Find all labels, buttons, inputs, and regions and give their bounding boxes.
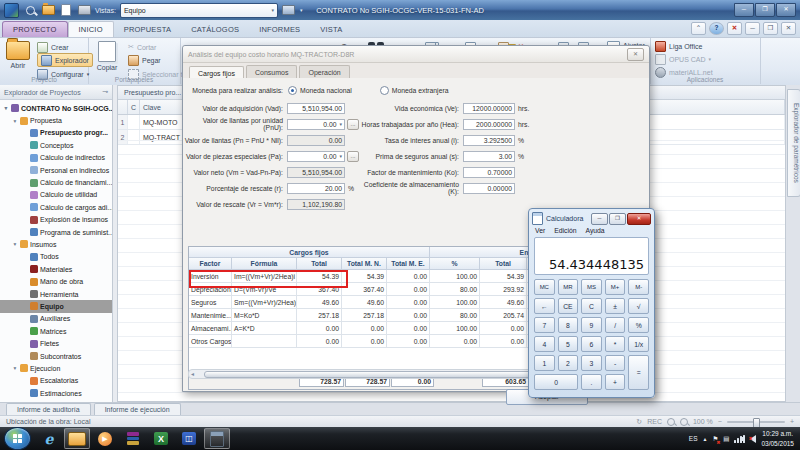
key-percent[interactable]: % [628,317,649,333]
copiar-button[interactable]: Copiar [90,40,124,71]
close-document-icon[interactable]: ✕ [727,22,742,35]
dialog-titlebar[interactable]: Análisis del equipo costo horario MQ-TRA… [183,46,649,63]
tab-consumos[interactable]: Consumos [246,65,297,78]
key-mminus[interactable]: M- [628,279,649,295]
key-equals[interactable]: = [628,355,649,390]
tree-item-calc-indirectos[interactable]: Cálculo de indirectos [0,152,112,164]
search-icon[interactable] [23,4,37,17]
zoom-slider-thumb[interactable] [753,418,760,428]
taskbar-excel[interactable]: X [148,428,174,449]
tab-inicio[interactable]: INICIO [68,21,114,37]
tab-informe-auditoria[interactable]: Informe de auditoría [6,403,91,415]
key-8[interactable]: 8 [558,317,579,333]
col-total[interactable]: Total [297,258,342,270]
menu-edicion[interactable]: Edición [554,227,576,234]
parametric-explorer-tab[interactable]: Explorador de paramétricos [787,89,800,197]
cortar-button[interactable]: ✂ Cortar [128,41,156,53]
col-formula[interactable]: Fórmula [232,258,297,270]
col-total-me[interactable]: Total M. E. [387,258,430,270]
key-sqrt[interactable]: √ [628,298,649,314]
tree-item-matrices[interactable]: Matrices [0,325,112,337]
ko-input[interactable]: 0.70000 [463,167,515,178]
taskbar-file-explorer[interactable] [64,428,90,449]
key-ce[interactable]: CE [558,298,579,314]
rescate-input[interactable]: 20.00 [287,183,345,194]
tree-item-fletes[interactable]: Fletes [0,337,112,349]
k-input[interactable]: 0.00000 [463,183,515,194]
tab-vista[interactable]: VISTA [310,22,352,37]
zoom-out-icon[interactable]: − [718,418,722,425]
taskbar-media-player[interactable]: ▶ [92,428,118,449]
scroll-left-icon[interactable]: ◄ [189,371,196,377]
radio-moneda-nacional[interactable] [288,86,297,95]
pegar-button[interactable]: Pegar [128,54,161,66]
tray-expand-icon[interactable]: ▲ [703,436,708,442]
menu-ver[interactable]: Ver [535,227,545,234]
zoom-slider[interactable] [727,421,785,423]
opus-cad-button[interactable]: OPUS CAD ▾ [655,53,711,65]
new-document-icon[interactable] [59,4,73,17]
tree-item-materiales[interactable]: Materiales [0,263,112,275]
view-settings-icon[interactable] [282,4,296,17]
key-plusminus[interactable]: ± [605,298,626,314]
taskbar-internet-explorer[interactable]: e [36,428,62,449]
ve-input[interactable]: 12000.00000 [463,103,515,114]
restore-button[interactable]: ❐ [755,3,775,17]
tree-item-mano-de-obra[interactable]: Mano de obra [0,275,112,287]
col-factor[interactable]: Factor [189,258,232,270]
child-minimize-button[interactable]: ─ [745,22,760,35]
open-folder-icon[interactable] [41,4,55,17]
key-multiply[interactable]: * [605,336,626,352]
key-mplus[interactable]: M+ [605,279,626,295]
print-icon[interactable] [77,4,91,17]
key-reciprocal[interactable]: 1/x [628,336,649,352]
tree-item-equipo[interactable]: Equipo [0,300,112,312]
tree-item-insumos[interactable]: ▾Insumos [0,238,112,250]
tree-item-conceptos[interactable]: Conceptos [0,139,112,151]
key-0[interactable]: 0 [534,374,578,390]
key-ms[interactable]: MS [581,279,602,295]
grid-col-c[interactable]: C [128,100,140,114]
key-6[interactable]: 6 [581,336,602,352]
start-button[interactable] [4,427,31,450]
collapse-ribbon-icon[interactable]: ⌃ [691,22,706,35]
zoom-in-icon[interactable]: + [790,418,794,425]
menu-ayuda[interactable]: Ayuda [586,227,605,234]
key-c[interactable]: C [581,298,602,314]
chevron-down-icon[interactable]: ▾ [339,153,342,159]
vad-input[interactable]: 5,510,954.00 [287,103,345,114]
tree-item-calc-cargos[interactable]: Cálculo de cargos adi... [0,201,112,213]
abrir-button[interactable]: Abrir [1,40,35,69]
tree-item-calc-financiamiento[interactable]: Cálculo de financiami... [0,176,112,188]
tree-item-explosion-insumos[interactable]: Explosión de insumos [0,214,112,226]
tab-propuesta[interactable]: PROPUESTA [114,22,182,37]
key-7[interactable]: 7 [534,317,555,333]
tab-proyecto[interactable]: PROYECTO [2,21,68,37]
col-reserva-total[interactable]: Total [480,258,527,270]
key-4[interactable]: 4 [534,336,555,352]
tree-item-auxiliares[interactable]: Auxiliares [0,313,112,325]
key-mc[interactable]: MC [534,279,555,295]
tray-document-icon[interactable]: ▤ [723,435,729,443]
volume-muted-icon[interactable] [750,435,756,443]
key-add[interactable]: + [605,374,626,390]
tree-item-subcontratos[interactable]: Subcontratos [0,350,112,362]
prima-input[interactable]: 3.00 [463,151,515,162]
col-pct[interactable]: % [430,258,480,270]
tree-item-contrato[interactable]: ▾CONTRATO No SGIH-OCG... [0,102,112,114]
tree-item-personal-indirectos[interactable]: Personal en indirectos [0,164,112,176]
tab-operacion[interactable]: Operación [299,65,349,78]
pa-input[interactable]: 0.00▾ [287,151,345,162]
hea-input[interactable]: 2000.00000 [463,119,515,130]
refresh-icon[interactable]: ↻ [636,418,642,426]
zoom-select-icon[interactable] [667,418,675,426]
clock[interactable]: 10:29 a.m. 03/05/2015 [761,429,794,447]
taskbar-opus[interactable]: ◫ [176,428,202,449]
key-3[interactable]: 3 [581,355,602,371]
language-indicator[interactable]: ES [689,435,698,442]
qat-more-icon[interactable]: ▾ [300,7,303,13]
tab-catalogos[interactable]: CATÁLOGOS [181,22,249,37]
radio-moneda-extranjera[interactable] [380,86,389,95]
action-center-flag-icon[interactable]: ⚑ [712,435,718,443]
help-icon[interactable]: ? [709,22,724,35]
